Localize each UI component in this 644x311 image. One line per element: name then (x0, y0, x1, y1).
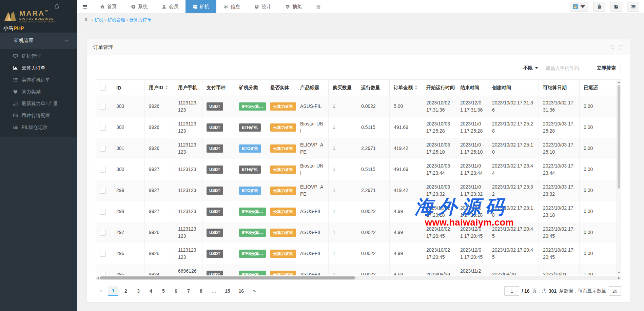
list-menu-icon (631, 4, 636, 9)
horizontal-scroll-thumb[interactable] (100, 276, 355, 279)
sidebar-menu: 矿机管理 矿机管理云算力订单实体矿机订单算力奖励最新算力单T产量币种行情配置FI… (0, 33, 77, 137)
chevron-down-icon (65, 39, 69, 42)
column-header-label: 订单金额 (394, 85, 413, 90)
row-checkbox[interactable] (100, 272, 106, 275)
page-5[interactable]: 5 (158, 286, 169, 296)
cell-run_qty: 2.2971 (357, 138, 390, 159)
cell-amount: 5.00 (390, 96, 422, 117)
sidebar-section-mining[interactable]: 矿机管理 (0, 33, 77, 49)
page-size-input[interactable] (609, 286, 621, 296)
cell-category: ETH矿机 (235, 159, 266, 180)
page-7[interactable]: 7 (183, 286, 194, 296)
nav-item-信息[interactable]: 信息 (216, 0, 247, 13)
sidebar-item-实体矿机订单[interactable]: 实体矿机订单 (0, 74, 77, 86)
phone-search-input[interactable] (542, 63, 592, 73)
page-4[interactable]: 4 (146, 286, 156, 296)
nav-item-抽奖[interactable]: 抽奖 (278, 0, 309, 13)
sidebar-item-币种行情配置[interactable]: 币种行情配置 (0, 110, 77, 121)
caret-down-icon (580, 4, 585, 9)
trash-button[interactable] (593, 2, 605, 12)
row-checkbox-cell (96, 117, 112, 138)
cell-start_time: 2023/09/28 (422, 264, 456, 276)
cell-product: ASUS-FIL (296, 222, 329, 243)
cell-create_time: 2023/10/02 17:25:10 (488, 138, 539, 159)
sidebar-item-云算力订单[interactable]: 云算力订单 (0, 62, 77, 74)
row-checkbox[interactable] (100, 125, 106, 131)
scroll-up-arrow-icon[interactable] (617, 80, 621, 84)
badge-云算力矿机: 云算力矿机 (270, 102, 296, 111)
cell-run_qty: 0.0022 (357, 96, 390, 117)
cell-buy_qty: 1 (329, 201, 357, 222)
brand-tagline-2: GLOBAL DIGITAL CURRENCY MINING (19, 21, 56, 23)
sidebar-item-矿机管理[interactable]: 矿机管理 (0, 50, 77, 62)
page-16[interactable]: 16 (236, 286, 247, 296)
row-checkbox[interactable] (100, 167, 106, 173)
page-8[interactable]: 8 (196, 286, 206, 296)
filter-dropdown[interactable]: 不限 (519, 63, 542, 73)
next-page[interactable]: » (249, 286, 259, 296)
user-menu-button[interactable] (570, 2, 588, 12)
select-all-checkbox[interactable] (100, 85, 106, 91)
breadcrumb-link-矿机管理[interactable]: 矿机管理 (108, 17, 125, 22)
search-button[interactable]: 立即搜索 (592, 63, 621, 73)
cell-end_time: 2023/11/01 17:25:28 (456, 117, 488, 138)
sidebar-item-算力奖励[interactable]: 算力奖励 (0, 86, 77, 98)
page-1[interactable]: 1 (108, 286, 118, 296)
refresh-icon[interactable] (610, 45, 615, 50)
order-panel: 订单管理 不限 立即搜索 ID用户ID用户手机支付币 (86, 39, 630, 303)
cell-id: 295 (112, 264, 145, 276)
cell-product: ELIOVP -APE (296, 180, 329, 201)
menu-list-button[interactable] (627, 2, 639, 12)
expand-icon[interactable] (619, 45, 624, 50)
nav-item-统计[interactable]: 统计 (247, 0, 278, 13)
row-checkbox[interactable] (100, 230, 106, 236)
column-header-产品标题: 产品标题 (296, 80, 329, 96)
brand-tagline-1: DIGITAL HOLDINGS (19, 17, 56, 20)
scroll-down-arrow-icon[interactable] (617, 270, 621, 275)
scroll-right-arrow-icon[interactable] (617, 276, 621, 280)
cell-product: ASUS-FIL (296, 264, 329, 276)
row-checkbox[interactable] (100, 146, 106, 152)
page-15[interactable]: 15 (222, 286, 233, 296)
cell-user_id: 9926 (145, 222, 174, 243)
nav-item-apps[interactable] (309, 0, 328, 13)
page-6[interactable]: 6 (171, 286, 181, 296)
cell-user_id: 9924 (145, 264, 174, 276)
table-row: 29899271123123USDTIPFS云算…云算力矿机ASUS-FIL10… (96, 201, 617, 222)
nav-item-矿机[interactable]: 矿机 (186, 0, 216, 13)
row-checkbox[interactable] (100, 251, 106, 257)
sidebar-toggle-button[interactable] (77, 0, 93, 13)
sidebar-item-FIL锁仓记录[interactable]: FIL锁仓记录 (0, 121, 77, 133)
page-3[interactable]: 3 (133, 286, 143, 296)
column-header-label: 结束时间 (460, 85, 479, 90)
nav-item-首页[interactable]: 首页 (93, 0, 124, 13)
cell-run_qty: 0.0022 (357, 264, 390, 276)
horizontal-scrollbar[interactable] (96, 276, 621, 280)
vertical-scroll-thumb[interactable] (618, 85, 620, 189)
cell-settle_date: 2023/10/02 17:23:18 (539, 201, 580, 222)
column-header-订单金额: 订单金额 (390, 80, 422, 96)
cell-buy_qty: 1 (329, 117, 357, 138)
brand-logo: MARATM DIGITAL HOLDINGS GLOBAL DIGITAL C… (3, 9, 73, 23)
nav-item-系统[interactable]: 系统 (124, 0, 155, 13)
row-checkbox[interactable] (100, 104, 106, 110)
vertical-scrollbar[interactable] (617, 79, 621, 275)
page-2[interactable]: 2 (121, 286, 131, 296)
row-checkbox[interactable] (100, 209, 106, 215)
column-header-label: 已返还 (584, 85, 598, 90)
fullscreen-button[interactable] (610, 2, 622, 12)
sidebar-item-最新算力单T产量[interactable]: 最新算力单T产量 (0, 98, 77, 110)
desktop-icon (13, 54, 18, 59)
panel-tools (610, 45, 624, 50)
row-checkbox[interactable] (100, 188, 106, 194)
nav-item-会员[interactable]: 会员 (155, 0, 186, 13)
header-checkbox-cell (96, 80, 112, 96)
breadcrumb-link-云算力订单[interactable]: 云算力订单 (130, 17, 152, 22)
prev-page[interactable]: « (96, 286, 106, 296)
breadcrumb-link-矿机[interactable]: 矿机 (94, 17, 103, 22)
page-number-input[interactable] (504, 286, 519, 296)
cell-phone: 669612601 (174, 264, 202, 276)
badge-USDT: USDT (207, 123, 223, 132)
scroll-left-arrow-icon[interactable] (96, 276, 100, 280)
cell-settle_date: 2023/10/03 17:25:10 (539, 138, 580, 159)
